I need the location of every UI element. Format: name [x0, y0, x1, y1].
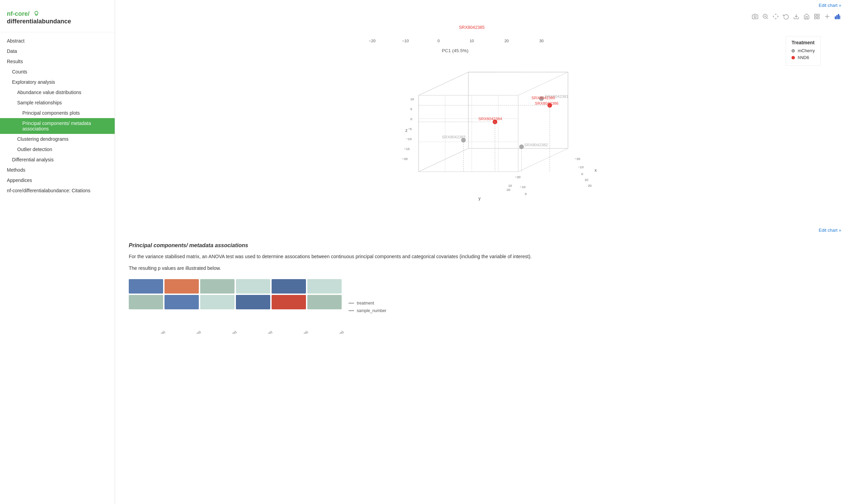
svg-text:10: 10 — [508, 184, 512, 187]
sidebar-item-clustering[interactable]: Clustering dendrograms — [0, 134, 115, 144]
chart-toolbar — [129, 11, 841, 22]
heatmap-label-treatment: treatment — [357, 301, 374, 306]
section-title: Principal components/ metadata associati… — [129, 242, 841, 249]
sidebar-item-exploratory[interactable]: Exploratory analysis — [0, 77, 115, 87]
legend-title: Treatment — [791, 40, 815, 45]
svg-rect-13 — [835, 16, 836, 19]
sidebar-item-differential[interactable]: Differential analysis — [0, 154, 115, 165]
logo-nf-text: nf-core/ — [7, 10, 30, 17]
pca-legend: Treatment mCherry hND6 — [786, 36, 821, 66]
svg-line-3 — [766, 18, 767, 19]
svg-text:5: 5 — [410, 107, 412, 111]
heatmap-row-sample-number — [129, 295, 342, 309]
edit-chart-bottom[interactable]: Edit chart » — [129, 225, 841, 236]
logo-icon — [33, 10, 40, 18]
heatmap-cell — [307, 279, 342, 294]
heatmap-col-label-5: PC5 (7.6%) — [282, 330, 308, 334]
svg-rect-7 — [814, 14, 816, 16]
svg-text:SRX8042383: SRX8042383 — [442, 135, 466, 139]
heatmap-cell — [129, 279, 163, 294]
svg-marker-28 — [419, 72, 568, 95]
legend-icon[interactable] — [813, 13, 821, 20]
heatmap-cell — [236, 279, 270, 294]
sidebar-item-abundance[interactable]: Abundance value distributions — [0, 87, 115, 98]
home-icon[interactable] — [803, 13, 810, 20]
sidebar-logo: nf-core/ differentialabundance — [0, 7, 115, 32]
heatmap-col-label-1: PC1 (45.5%) — [139, 330, 166, 334]
svg-text:−5: −5 — [408, 127, 412, 131]
svg-text:−10: −10 — [578, 165, 583, 169]
camera-icon[interactable] — [751, 13, 759, 20]
pca-svg: SRX8042385 −20 −10 0 10 20 30 PC1 (45.5%… — [129, 22, 841, 221]
heatmap-cell — [236, 295, 270, 309]
sidebar-item-data[interactable]: Data — [0, 46, 115, 56]
svg-text:0: 0 — [581, 172, 583, 176]
svg-text:0: 0 — [410, 117, 412, 121]
heatmap-row-label-treatment: treatment — [349, 301, 386, 306]
svg-text:20: 20 — [504, 38, 509, 43]
svg-rect-8 — [818, 14, 819, 16]
svg-text:SRX8042382: SRX8042382 — [524, 142, 548, 147]
legend-item-mcherry: mCherry — [791, 48, 815, 53]
pca-3d-plot: SRX8042385 −20 −10 0 10 20 30 PC1 (45.5%… — [129, 22, 841, 221]
svg-point-1 — [754, 16, 756, 18]
sidebar-item-outlier[interactable]: Outlier detection — [0, 144, 115, 154]
legend-dot-mcherry — [791, 49, 795, 53]
svg-rect-9 — [814, 17, 816, 19]
heatmap-row-labels: treatment sample_number — [349, 299, 386, 313]
svg-text:−20: −20 — [575, 157, 580, 161]
edit-chart-top[interactable]: Edit chart » — [129, 0, 841, 11]
svg-text:x: x — [595, 168, 597, 173]
svg-text:−20: −20 — [369, 38, 376, 43]
heatmap-col-label-3: PC3 (15.4%) — [210, 330, 237, 334]
heatmap-col-label-4: PC4 (9.2%) — [246, 330, 273, 334]
rotate-icon[interactable] — [782, 13, 790, 20]
pan-icon[interactable] — [772, 13, 779, 20]
svg-text:SRX8042385: SRX8042385 — [459, 25, 485, 30]
legend-label-hnd6: hND6 — [798, 55, 809, 60]
svg-rect-10 — [818, 17, 819, 19]
svg-text:20: 20 — [506, 188, 510, 192]
sidebar-item-appendices[interactable]: Appendices — [0, 175, 115, 185]
heatmap-cell — [272, 279, 306, 294]
main-content: Edit chart » — [115, 0, 855, 504]
svg-marker-25 — [419, 148, 568, 172]
svg-rect-16 — [840, 16, 840, 19]
svg-text:−10: −10 — [406, 137, 411, 141]
sidebar-item-citations[interactable]: nf-core/differentialabundance: Citations — [0, 185, 115, 196]
svg-rect-14 — [836, 15, 837, 19]
svg-text:SRX8042386: SRX8042386 — [535, 101, 559, 105]
heatmap-cell — [307, 295, 342, 309]
sidebar-navigation: AbstractDataResultsCountsExploratory ana… — [0, 36, 115, 196]
sidebar-item-methods[interactable]: Methods — [0, 165, 115, 175]
svg-text:10: 10 — [585, 178, 589, 182]
sidebar-item-abstract[interactable]: Abstract — [0, 36, 115, 46]
section-paragraph1: For the variance stabilised matrix, an A… — [129, 253, 841, 260]
sidebar: nf-core/ differentialabundance AbstractD… — [0, 0, 115, 504]
svg-text:−10: −10 — [402, 38, 409, 43]
heatmap-label-sample: sample_number — [357, 308, 386, 313]
section-description: Principal components/ metadata associati… — [129, 242, 841, 272]
svg-text:SRX8042384: SRX8042384 — [478, 116, 502, 121]
sidebar-item-counts[interactable]: Counts — [0, 67, 115, 77]
sidebar-item-pca-plots[interactable]: Principal components plots — [0, 108, 115, 118]
svg-text:−10: −10 — [520, 185, 525, 189]
svg-point-0 — [35, 11, 38, 14]
spike-icon[interactable] — [823, 13, 831, 20]
heatmap-grid — [129, 279, 342, 309]
sidebar-item-pca-metadata[interactable]: Principal components/ metadata associati… — [0, 118, 115, 134]
sidebar-item-results[interactable]: Results — [0, 56, 115, 67]
sidebar-item-sample-rel[interactable]: Sample relationships — [0, 98, 115, 108]
svg-text:SRX8042385: SRX8042385 — [532, 95, 555, 100]
logo-text: nf-core/ differentialabundance — [7, 10, 108, 25]
download-icon[interactable] — [793, 13, 800, 20]
zoom-in-icon[interactable] — [762, 13, 769, 20]
legend-label-mcherry: mCherry — [798, 48, 815, 53]
svg-text:PC1 (45.5%): PC1 (45.5%) — [442, 48, 468, 53]
heatmap-col-label-6: PC6 (0%) — [317, 330, 344, 334]
section-paragraph2: The resulting p values are illustrated b… — [129, 264, 841, 272]
bar-chart-icon[interactable] — [834, 13, 841, 20]
heatmap-cell — [272, 295, 306, 309]
heatmap-row-label-sample: sample_number — [349, 308, 386, 313]
svg-text:10: 10 — [469, 38, 474, 43]
